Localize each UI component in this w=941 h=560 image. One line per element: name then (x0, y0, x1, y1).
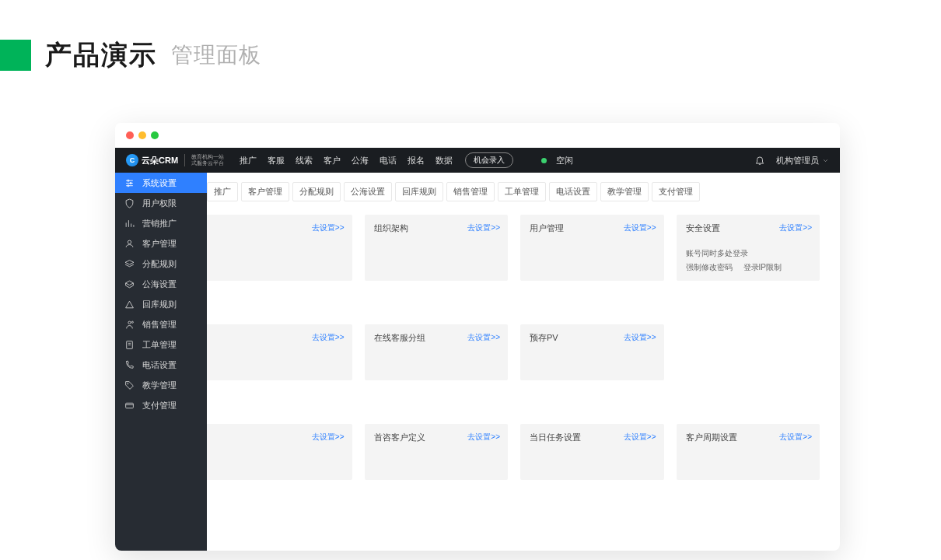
page-title-primary: 产品演示 (45, 37, 157, 73)
card-title: 预存PV (530, 333, 558, 342)
card-row: 去设置>> 在线客服分组 去设置>> 预存PV 去设置>> (207, 324, 831, 380)
settings-card-user-mgmt[interactable]: 用户管理 去设置>> (520, 215, 664, 281)
record-opportunity-button[interactable]: 机会录入 (465, 152, 513, 168)
top-nav: C 云朵CRM 教育机构一站 式服务云平台 推广 客服 线索 客户 公海 电话 … (115, 148, 840, 173)
card-sub-item[interactable]: 登录IP限制 (743, 262, 782, 273)
nav-link-phone[interactable]: 电话 (380, 155, 397, 166)
sidebar-item-assign-rules[interactable]: 分配规则 (115, 254, 207, 274)
tab-return-rules[interactable]: 回库规则 (395, 182, 443, 201)
go-settings-link[interactable]: 去设置>> (467, 432, 500, 443)
card-title: 在线客服分组 (374, 333, 425, 342)
tab-customer-mgmt[interactable]: 客户管理 (241, 182, 289, 201)
sidebar-item-label: 公海设置 (142, 278, 177, 290)
nav-link-leads[interactable]: 线索 (296, 155, 313, 166)
svg-rect-14 (126, 403, 134, 408)
admin-role-menu[interactable]: 机构管理员 (776, 155, 829, 166)
sidebar-item-pool-settings[interactable]: 公海设置 (115, 274, 207, 294)
settings-card-security[interactable]: 安全设置 去设置>> 账号同时多处登录 强制修改密码 登录IP限制 (677, 215, 820, 281)
tab-payment-mgmt[interactable]: 支付管理 (652, 182, 700, 201)
card-icon (124, 401, 135, 411)
svg-point-13 (128, 383, 128, 383)
go-settings-link[interactable]: 去设置>> (779, 432, 812, 443)
card-title: 安全设置 (686, 223, 720, 233)
sidebar-item-label: 工单管理 (142, 339, 177, 351)
logo-divider (184, 154, 185, 166)
sidebar-item-marketing[interactable]: 营销推广 (115, 213, 207, 233)
tab-teaching-mgmt[interactable]: 教学管理 (600, 182, 649, 201)
settings-card-first-consult-def[interactable]: 首咨客户定义 去设置>> (365, 424, 509, 480)
tabs-row: 推广 客户管理 分配规则 公海设置 回库规则 销售管理 工单管理 电话设置 教学… (115, 182, 840, 201)
sidebar-item-sales-mgmt[interactable]: 销售管理 (115, 314, 207, 334)
chart-icon (124, 219, 135, 229)
file-icon (124, 340, 135, 350)
sliders-icon (124, 178, 135, 188)
logo[interactable]: C 云朵CRM 教育机构一站 式服务云平台 (126, 154, 224, 166)
nav-link-service[interactable]: 客服 (268, 155, 285, 166)
card-sub-item[interactable]: 账号同时多处登录 (686, 248, 748, 259)
logo-subtitle: 教育机构一站 式服务云平台 (191, 154, 224, 166)
sidebar-item-payment-mgmt[interactable]: 支付管理 (115, 395, 207, 415)
minimize-icon[interactable] (138, 131, 146, 139)
layers-icon (124, 259, 135, 269)
settings-card-prestore-pv[interactable]: 预存PV 去设置>> (520, 324, 664, 380)
app-window: C 云朵CRM 教育机构一站 式服务云平台 推广 客服 线索 客户 公海 电话 … (115, 123, 840, 551)
tab-ticket-mgmt[interactable]: 工单管理 (498, 182, 546, 201)
card-title: 客户周期设置 (686, 432, 737, 442)
tab-promote[interactable]: 推广 (207, 182, 238, 201)
go-settings-link[interactable]: 去设置>> (312, 222, 345, 233)
sidebar-item-phone-settings[interactable]: 电话设置 (115, 355, 207, 375)
tab-phone-settings[interactable]: 电话设置 (549, 182, 597, 201)
content-area: 推广 客户管理 分配规则 公海设置 回库规则 销售管理 工单管理 电话设置 教学… (115, 173, 840, 551)
sidebar-item-return-rules[interactable]: 回库规则 (115, 294, 207, 314)
settings-card-daily-task[interactable]: 当日任务设置 去设置>> (520, 424, 664, 480)
close-icon[interactable] (126, 131, 134, 139)
sidebar-item-label: 回库规则 (142, 299, 177, 310)
sidebar: 系统设置 用户权限 营销推广 客户管理 分配规则 公海设置 (115, 173, 207, 551)
window-traffic-lights (115, 123, 840, 148)
nav-link-customers[interactable]: 客户 (324, 155, 341, 166)
sidebar-item-customer-mgmt[interactable]: 客户管理 (115, 233, 207, 254)
nav-link-pool[interactable]: 公海 (352, 155, 369, 166)
nav-link-promote[interactable]: 推广 (240, 155, 257, 166)
nav-link-signup[interactable]: 报名 (408, 155, 425, 166)
sidebar-item-label: 用户权限 (142, 198, 177, 209)
go-settings-link[interactable]: 去设置>> (467, 222, 500, 233)
sidebar-item-label: 支付管理 (142, 400, 177, 411)
sidebar-item-label: 营销推广 (142, 218, 177, 229)
go-settings-link[interactable]: 去设置>> (467, 332, 500, 343)
maximize-icon[interactable] (151, 131, 159, 139)
tab-pool-settings[interactable]: 公海设置 (344, 182, 392, 201)
card-title: 组织架构 (374, 223, 408, 233)
settings-card-customer-cycle[interactable]: 客户周期设置 去设置>> (677, 424, 820, 480)
tab-assign-rules[interactable]: 分配规则 (292, 182, 341, 201)
go-settings-link[interactable]: 去设置>> (624, 332, 656, 343)
phone-icon (124, 360, 135, 370)
go-settings-link[interactable]: 去设置>> (624, 432, 656, 443)
settings-card-online-group[interactable]: 在线客服分组 去设置>> (365, 324, 509, 380)
svg-point-8 (128, 321, 131, 324)
topnav-right: 机构管理员 (754, 155, 829, 166)
tab-sales-mgmt[interactable]: 销售管理 (446, 182, 495, 201)
sidebar-item-label: 系统设置 (142, 177, 177, 189)
go-settings-link[interactable]: 去设置>> (312, 332, 345, 343)
sidebar-item-ticket-mgmt[interactable]: 工单管理 (115, 334, 207, 355)
go-settings-link[interactable]: 去设置>> (779, 222, 812, 233)
sidebar-item-user-permissions[interactable]: 用户权限 (115, 193, 207, 213)
sidebar-item-label: 客户管理 (142, 238, 177, 250)
logo-text: 云朵CRM (142, 155, 178, 166)
sidebar-item-label: 销售管理 (142, 319, 177, 331)
go-settings-link[interactable]: 去设置>> (312, 432, 345, 443)
settings-card-org-structure[interactable]: 组织架构 去设置>> (365, 215, 509, 281)
card-row: 去设置>> 组织架构 去设置>> 用户管理 去设置>> 安全设置 去设置>> (207, 215, 831, 281)
sidebar-item-system-settings[interactable]: 系统设置 (115, 173, 207, 193)
svg-point-9 (131, 321, 133, 323)
go-settings-link[interactable]: 去设置>> (624, 222, 656, 233)
bell-icon[interactable] (754, 155, 765, 166)
card-sub-row: 账号同时多处登录 (686, 248, 811, 259)
sidebar-item-teaching-mgmt[interactable]: 教学管理 (115, 375, 207, 395)
card-sub-item[interactable]: 强制修改密码 (686, 262, 733, 273)
page-title-bar: 产品演示 管理面板 (0, 37, 941, 73)
triangle-icon (124, 299, 135, 310)
card-title: 用户管理 (530, 223, 564, 233)
nav-link-data[interactable]: 数据 (436, 155, 453, 166)
